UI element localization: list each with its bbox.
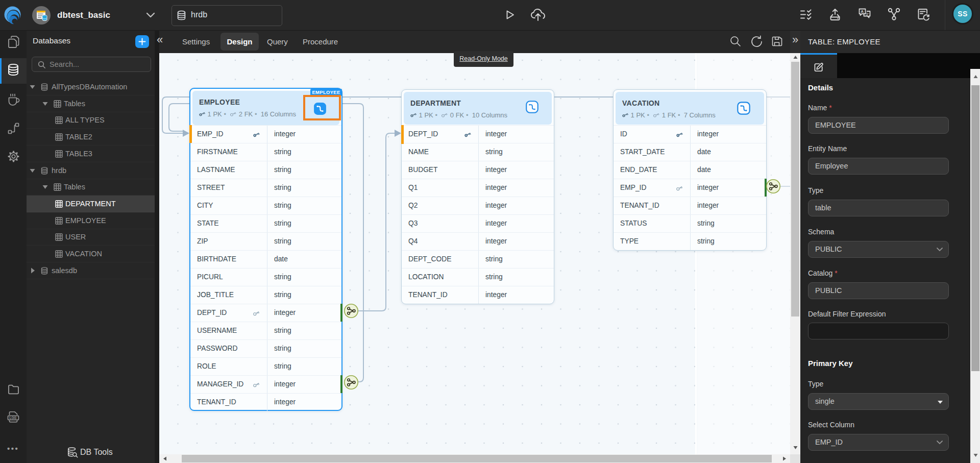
svg-text:A: A bbox=[861, 9, 864, 14]
svg-text:LOG: LOG bbox=[10, 416, 17, 420]
svg-text:文: 文 bbox=[865, 12, 869, 17]
